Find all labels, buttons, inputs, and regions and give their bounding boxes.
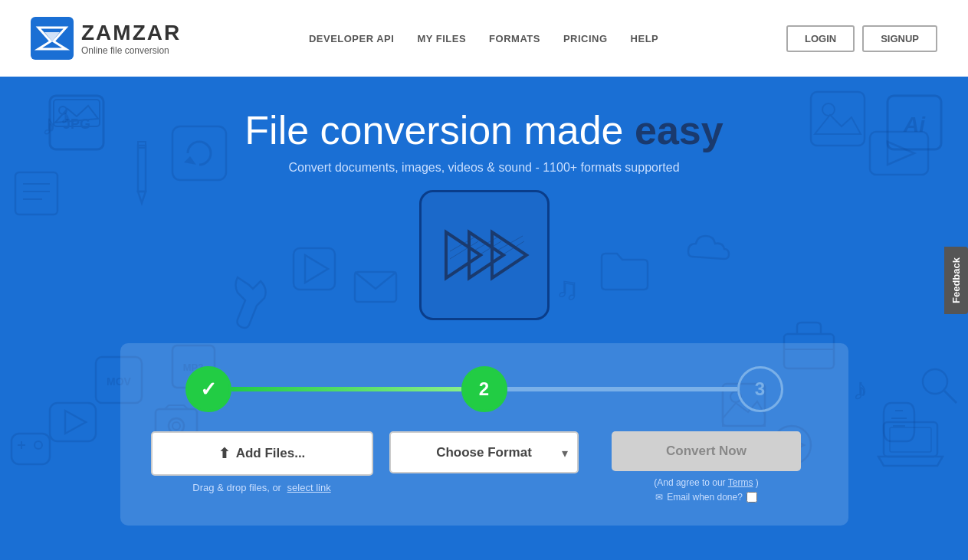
upload-icon: ⬆ [218, 445, 230, 462]
feedback-tab[interactable]: Feedback [944, 247, 968, 314]
bg-music-notes-icon: ♫ [552, 260, 598, 306]
step-3-circle: 3 [737, 366, 783, 412]
terms-link[interactable]: Terms [728, 477, 753, 488]
bg-small-music-icon: ♪ [849, 365, 891, 407]
svg-text:♪: ♪ [853, 373, 868, 405]
svg-marker-9 [138, 192, 146, 203]
convert-now-button[interactable]: Convert Now [612, 431, 801, 471]
bg-cloud-icon [684, 230, 738, 268]
bg-audio-icon [876, 399, 930, 445]
svg-marker-59 [469, 232, 504, 278]
nav-buttons: LOGIN SIGNUP [786, 25, 937, 52]
bg-magnify-icon [918, 365, 960, 407]
svg-point-40 [34, 441, 42, 449]
step-2-label: 2 [479, 378, 489, 400]
svg-rect-51 [884, 422, 937, 457]
terms-close: ) [756, 477, 759, 488]
step-1-checkmark [200, 378, 217, 401]
converter-box: 2 3 ⬆ Add Files... Drag & drop files, or… [120, 343, 848, 526]
svg-point-56 [923, 369, 947, 394]
zamzar-arrows-icon [438, 217, 530, 293]
hero-title-emphasis: easy [635, 108, 724, 152]
bg-notes-icon [11, 169, 61, 218]
action-row: ⬆ Add Files... Drag & drop files, or sel… [151, 431, 818, 503]
zamzar-logo-icon [31, 17, 74, 60]
svg-rect-13 [15, 172, 57, 215]
format-wrapper: Choose Format PDF MP3 MP4 JPG PNG DOCX [389, 431, 579, 473]
email-label-text: Email when done? [667, 492, 743, 503]
nav-my-files[interactable]: MY FILES [417, 33, 466, 44]
svg-marker-60 [492, 232, 527, 278]
signup-button[interactable]: SIGNUP [862, 25, 937, 52]
svg-rect-47 [294, 248, 335, 290]
center-logo [419, 190, 550, 320]
center-logo-box [419, 190, 550, 320]
steps-row: 2 3 [151, 366, 818, 412]
add-files-button[interactable]: ⬆ Add Files... [151, 431, 373, 476]
login-button[interactable]: LOGIN [786, 25, 855, 52]
nav-developer-api[interactable]: DEVELOPER API [309, 33, 394, 44]
bg-wrench-icon [230, 270, 268, 331]
hero-subtitle: Convert documents, images, videos & soun… [15, 161, 953, 175]
logo-tagline: Online file conversion [81, 45, 181, 56]
nav-formats[interactable]: FORMATS [489, 33, 540, 44]
bg-folder-icon [598, 246, 651, 292]
bg-laptop-icon [876, 418, 945, 468]
drag-drop-static: Drag & drop files, or [192, 482, 281, 493]
svg-marker-58 [446, 232, 481, 278]
email-icon: ✉ [655, 492, 663, 503]
bg-play-arrow-icon [291, 246, 337, 292]
logo-area: ZAMZAR Online file conversion [31, 17, 181, 60]
email-checkbox[interactable] [747, 492, 757, 503]
email-row: ✉ Email when done? [655, 492, 757, 503]
header: ZAMZAR Online file conversion DEVELOPER … [0, 0, 968, 77]
svg-marker-48 [305, 255, 328, 283]
svg-text:♫: ♫ [556, 271, 579, 305]
nav-links: DEVELOPER API MY FILES FORMATS PRICING H… [309, 33, 658, 44]
logo-name: ZAMZAR [81, 21, 181, 45]
hero-title: File conversion made easy [15, 107, 953, 153]
step-2-circle: 2 [461, 366, 507, 412]
bg-email-icon [353, 270, 399, 304]
nav-pricing[interactable]: PRICING [563, 33, 608, 44]
select-link[interactable]: select link [287, 482, 331, 493]
step-line-1-2 [231, 387, 461, 391]
main-content: JPG Ai [0, 77, 968, 560]
drag-drop-text: Drag & drop files, or select link [192, 482, 330, 493]
bg-youtube-icon [46, 399, 100, 445]
step-3-label: 3 [755, 378, 765, 400]
svg-line-57 [944, 391, 957, 403]
add-files-col: ⬆ Add Files... Drag & drop files, or sel… [151, 431, 373, 493]
svg-marker-38 [65, 411, 86, 434]
feedback-tab-container: Feedback [944, 247, 968, 314]
bg-game-icon [8, 430, 54, 468]
svg-rect-46 [355, 272, 396, 302]
logo-text-area: ZAMZAR Online file conversion [81, 21, 181, 56]
svg-rect-52 [890, 427, 931, 452]
terms-static: (And agree to our [654, 477, 725, 488]
svg-rect-39 [11, 434, 50, 464]
choose-format-select[interactable]: Choose Format PDF MP3 MP4 JPG PNG DOCX [389, 431, 579, 473]
choose-format-col: Choose Format PDF MP3 MP4 JPG PNG DOCX [373, 431, 596, 473]
svg-rect-37 [50, 403, 96, 441]
step-1-circle [185, 366, 231, 412]
add-files-label: Add Files... [236, 446, 306, 461]
convert-now-col: Convert Now (And agree to our Terms ) ✉ … [596, 431, 818, 503]
step-line-2-3 [507, 387, 737, 391]
nav-help[interactable]: HELP [631, 33, 659, 44]
terms-text: (And agree to our Terms ) [654, 477, 759, 488]
